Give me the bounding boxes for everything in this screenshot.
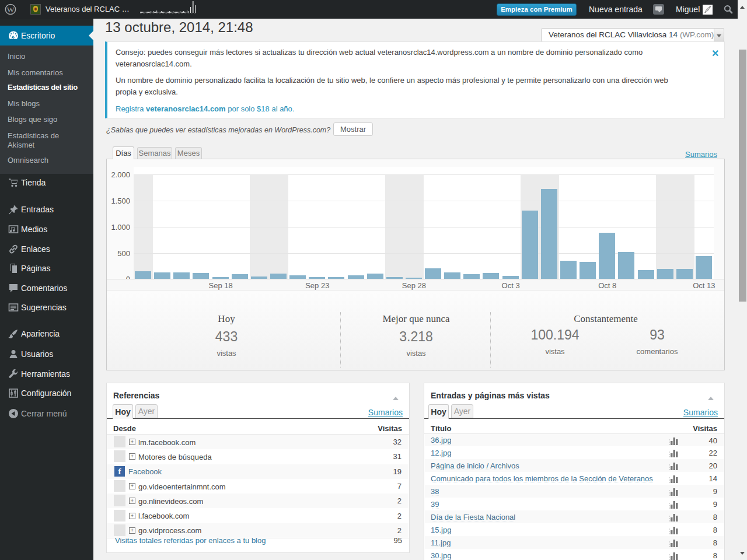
svg-text:W: W bbox=[7, 5, 15, 14]
